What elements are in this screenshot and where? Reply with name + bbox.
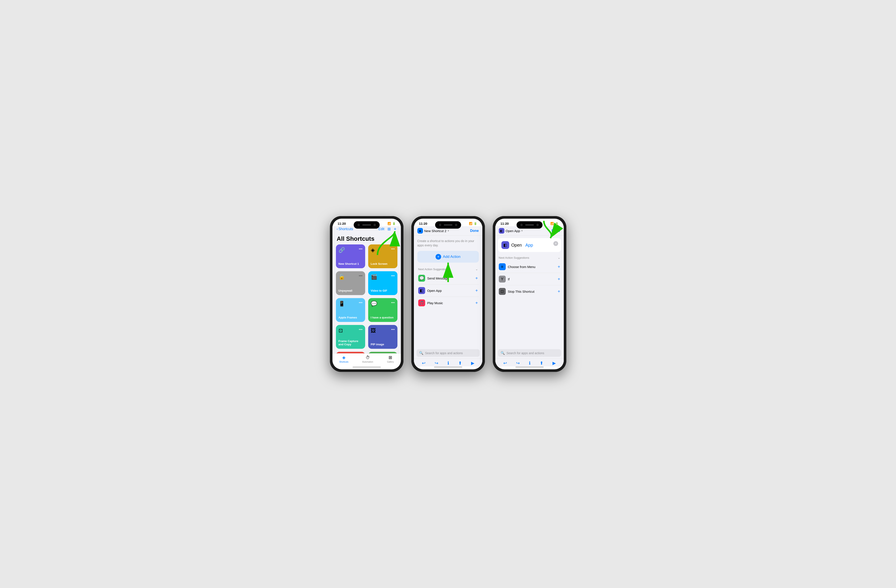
- shortcut-card-lockscreen[interactable]: ◈••• Lock Screen: [368, 245, 398, 268]
- sugg-label-stop: Stop This Shortcut: [508, 290, 535, 293]
- toolbar-info-3[interactable]: ℹ: [529, 360, 530, 366]
- shortcut-card-whereis[interactable]: 📦••• Where is: [336, 352, 365, 353]
- toolbar-fwd-2[interactable]: ↪: [435, 360, 438, 366]
- sugg-icon-menu: ≡: [499, 263, 506, 270]
- p2-content: ◈ New Shortcut 2 ▾ Done Create a shortcu…: [414, 226, 482, 366]
- shortcut-card-unpaywall[interactable]: 🔓••• Unpaywall: [336, 271, 365, 295]
- sugg-plus-message[interactable]: +: [475, 276, 478, 281]
- open-app-app-label[interactable]: App: [525, 243, 533, 248]
- close-action-button[interactable]: ✕: [553, 241, 558, 246]
- sugg-plus-music[interactable]: +: [475, 301, 478, 305]
- suggestion-item-if[interactable]: Y If +: [498, 273, 561, 285]
- sugg-label-openapp: Open App: [427, 289, 442, 292]
- sugg-plus-menu[interactable]: +: [558, 264, 560, 269]
- suggestion-item-music[interactable]: 🎵 Play Music +: [418, 297, 479, 309]
- suggestion-left-stop: ⊡ Stop This Shortcut: [499, 288, 535, 295]
- sugg-plus-stop[interactable]: +: [558, 289, 560, 294]
- home-indicator-3: [515, 366, 544, 368]
- shortcut-icon-3: ◧: [499, 228, 504, 234]
- bottom-toolbar-2: ↩ ↪ ℹ ⬆ ▶: [414, 359, 482, 366]
- nav-shortcuts[interactable]: ◈ Shortcuts: [339, 355, 348, 363]
- card-more-6[interactable]: •••: [391, 301, 395, 305]
- automation-nav-icon: ⏱: [366, 355, 370, 360]
- shortcut-card-framecapture[interactable]: ⊡••• Frame Capture and Copy: [336, 325, 365, 349]
- toolbar-run-3[interactable]: ▶: [553, 360, 556, 366]
- card-label-3: Unpaywall: [338, 289, 363, 292]
- chevron-left-icon: ‹: [337, 227, 338, 231]
- suggestions-title-3: Next Action Suggestions: [499, 256, 529, 259]
- status-time-3: 11:20: [501, 222, 509, 225]
- toolbar-share-2[interactable]: ⬆: [458, 360, 462, 366]
- card-icon-2: ◈: [371, 247, 375, 253]
- back-button-1[interactable]: ‹ Shortcuts: [337, 227, 353, 231]
- card-label-6: I have a question: [371, 316, 395, 319]
- toolbar-back-2[interactable]: ↩: [422, 360, 425, 366]
- search-bar-3[interactable]: 🔍 Search for apps and actions: [498, 349, 561, 357]
- toolbar-fwd-3[interactable]: ↪: [516, 360, 520, 366]
- add-shortcut-button[interactable]: +: [394, 226, 396, 232]
- battery-icon-3: 🔋: [555, 222, 559, 225]
- toolbar-back-3[interactable]: ↩: [503, 360, 507, 366]
- nav-automation-label: Automation: [362, 361, 373, 363]
- suggestion-item-stop[interactable]: ⊡ Stop This Shortcut +: [498, 285, 561, 298]
- edit-button[interactable]: Edit: [378, 227, 384, 231]
- grid-view-icon[interactable]: ⊞: [387, 227, 391, 231]
- chevron-up-icon-2[interactable]: ⌄: [475, 267, 478, 271]
- battery-icon-1: 🔋: [392, 222, 396, 225]
- hint-text-2: Create a shortcut to actions you do in y…: [418, 239, 479, 248]
- suggestion-item-openapp[interactable]: ◧ Open App +: [418, 284, 479, 297]
- dynamic-island-2: [435, 221, 461, 229]
- suggestions-section-3: Next Action Suggestions ⌄ ≡ Choose from …: [498, 255, 561, 298]
- card-more-7[interactable]: •••: [359, 328, 363, 331]
- card-more-1[interactable]: •••: [359, 247, 363, 251]
- nav-gallery[interactable]: ⊞ Gallery: [387, 355, 394, 363]
- p3-content: ◧ Open App ▾ Done ◧ Open App ✕: [495, 226, 564, 366]
- card-label-5: Apple Frames: [338, 316, 363, 319]
- search-icon-3: 🔍: [501, 351, 505, 355]
- sugg-plus-openapp[interactable]: +: [475, 288, 478, 293]
- toolbar-info-2[interactable]: ℹ: [448, 360, 449, 366]
- scene: 11:20 📶 🔋 ‹ Shortcuts Edit: [330, 216, 566, 372]
- shortcut-card-question[interactable]: 💬••• I have a question: [368, 298, 398, 322]
- di-bar: [362, 224, 371, 226]
- toolbar-run-2[interactable]: ▶: [471, 360, 474, 366]
- card-icon-4: 🎬: [371, 274, 377, 280]
- chevron-down-icon-3[interactable]: ▾: [521, 229, 523, 232]
- di-dot-6: [536, 224, 539, 226]
- dynamic-island-3: [517, 221, 542, 229]
- di-dot-4: [455, 224, 457, 226]
- sugg-icon-if: Y: [499, 276, 506, 283]
- suggestion-left-if: Y If: [499, 276, 510, 283]
- card-more-8[interactable]: •••: [391, 328, 395, 331]
- add-action-button-2[interactable]: + Add Action: [418, 251, 479, 263]
- phone-1: 11:20 📶 🔋 ‹ Shortcuts Edit: [330, 216, 404, 372]
- nav-automation[interactable]: ⏱ Automation: [362, 355, 373, 363]
- suggestion-left-music: 🎵 Play Music: [418, 299, 443, 306]
- card-more-2[interactable]: •••: [391, 247, 395, 251]
- card-more-5[interactable]: •••: [359, 301, 363, 305]
- card-more-3[interactable]: •••: [359, 274, 363, 278]
- open-app-card[interactable]: ◧ Open App ✕: [498, 238, 561, 252]
- sugg-plus-if[interactable]: +: [558, 277, 560, 282]
- suggestion-left-openapp: ◧ Open App: [418, 287, 442, 294]
- wifi-icon-3: 📶: [550, 222, 554, 225]
- di-dot-5: [520, 224, 523, 226]
- toolbar-share-3[interactable]: ⬆: [540, 360, 543, 366]
- sugg-icon-message: 💬: [418, 275, 425, 282]
- sugg-icon-stop: ⊡: [499, 288, 506, 295]
- chevron-down-icon-sugg-3[interactable]: ⌄: [558, 256, 560, 259]
- shortcut-card-video[interactable]: 🎬••• Video to GIF: [368, 271, 398, 295]
- shortcut-card-pip[interactable]: 🖼••• PIP image: [368, 325, 398, 349]
- card-icon-6: 💬: [371, 301, 377, 307]
- card-more-4[interactable]: •••: [391, 274, 395, 278]
- shortcut-card-new1[interactable]: 🔗••• New Shortcut 1: [336, 245, 365, 268]
- done-button-2[interactable]: Done: [470, 229, 479, 233]
- header-actions: Edit ⊞ +: [378, 226, 396, 232]
- di-dot: [358, 224, 360, 226]
- shortcut-card-charging[interactable]: ⚡••• Activate Charging: [368, 352, 398, 353]
- suggestion-item-menu[interactable]: ≡ Choose from Menu +: [498, 261, 561, 273]
- shortcut-card-appleframes[interactable]: 📱••• Apple Frames: [336, 298, 365, 322]
- search-bar-2[interactable]: 🔍 Search for apps and actions: [416, 349, 480, 357]
- chevron-down-icon-2[interactable]: ▾: [448, 229, 449, 232]
- shortcut-title-area-3: ◧ Open App ▾: [499, 228, 523, 234]
